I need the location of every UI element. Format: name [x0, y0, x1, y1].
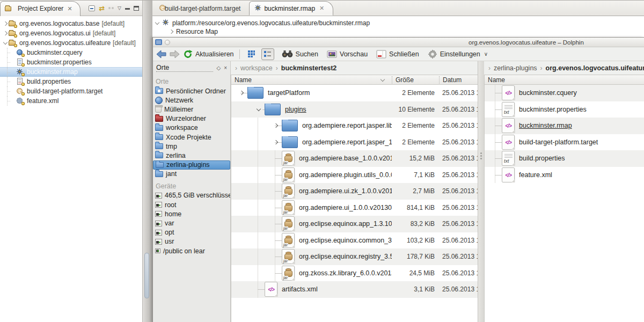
chevron-down-icon[interactable] — [155, 20, 159, 25]
file-row[interactable]: </>feature.xml — [485, 167, 644, 184]
explorer-item[interactable]: buckminster.cquery — [0, 48, 142, 57]
chevron-down-icon[interactable] — [3, 40, 8, 45]
file-date: 25.06.2013 1 — [439, 106, 478, 113]
window-menu-button[interactable] — [165, 40, 170, 45]
file-row[interactable]: </>buckminster.cquery — [485, 85, 644, 101]
file-row[interactable]: targetPlatform2 Elemente25.06.2013 1 — [231, 85, 478, 101]
breadcrumb-parent[interactable]: zerlina-plugins — [494, 64, 537, 72]
chevron-right-icon[interactable] — [274, 123, 278, 128]
refresh-button[interactable]: Aktualisieren — [183, 49, 234, 59]
places-item[interactable]: jant — [153, 170, 230, 179]
explorer-item[interactable]: build.properties — [0, 77, 142, 86]
breadcrumb[interactable]: › zerlina-plugins › org.evenos.logvocatu… — [484, 61, 644, 75]
float-panel-icon[interactable]: ◇ — [216, 65, 221, 71]
view-menu-icon[interactable]: ▽ — [118, 6, 121, 11]
search-button[interactable]: Suchen — [282, 50, 318, 58]
rmap-root-node[interactable]: platform:/resource/org.evenos.logvocatus… — [156, 19, 644, 27]
places-item[interactable]: home — [153, 209, 230, 218]
file-row[interactable]: </>artifacts.xml3,1 KiB25.06.2013 1 — [231, 281, 478, 298]
collapse-all-icon[interactable] — [89, 5, 95, 11]
column-name[interactable]: Name — [231, 76, 392, 84]
places-item[interactable]: /public on lear — [153, 246, 230, 255]
rmap-child-node[interactable]: Resource Map — [156, 27, 644, 36]
settings-button[interactable]: Einstellungen ∨ — [428, 49, 488, 59]
places-item[interactable]: workspace — [153, 123, 230, 133]
minimize-icon[interactable] — [125, 8, 130, 10]
breadcrumb-current[interactable]: buckminstertest2 — [281, 64, 337, 72]
places-item[interactable]: Persönlicher Ordner — [153, 86, 230, 96]
panel-sash[interactable] — [143, 1, 152, 322]
forward-button[interactable] — [170, 50, 180, 58]
places-item[interactable]: usr — [153, 237, 230, 246]
file-row[interactable]: </>build-target-platform.target — [485, 134, 644, 151]
editor-tab[interactable]: build-target-platform.target — [155, 1, 249, 16]
close-panel-icon[interactable]: × — [224, 65, 227, 71]
breadcrumb-current[interactable]: org.evenos.logvocatus.uifeature — [546, 64, 644, 72]
details-view-button[interactable] — [261, 48, 274, 60]
file-row[interactable]: </>buckminster.rmap — [485, 118, 644, 134]
column-name[interactable]: Name — [485, 76, 644, 84]
expander[interactable] — [2, 22, 9, 25]
places-item[interactable]: Xcode Projekte — [153, 133, 230, 142]
explorer-item[interactable]: org.evenos.logvocatus.uifeature[default] — [0, 38, 142, 48]
expander[interactable] — [2, 42, 9, 44]
close-tab-icon[interactable]: ✕ — [319, 5, 324, 12]
scrollbar-thumb[interactable] — [144, 253, 149, 298]
link-with-editor-icon[interactable]: ⇄ — [99, 5, 105, 12]
close-split-button[interactable]: Schließen — [376, 50, 419, 58]
places-item[interactable]: Mülleimer — [153, 105, 230, 114]
explorer-item[interactable]: buckminster.properties — [0, 57, 142, 67]
split-divider[interactable] — [478, 61, 484, 322]
icon-view-button[interactable] — [245, 48, 258, 60]
places-item[interactable]: Netzwerk — [153, 96, 230, 105]
expander[interactable] — [272, 141, 280, 144]
expander[interactable] — [2, 32, 9, 35]
file-row[interactable]: jarorg.eclipse.equinox.registry_3.5.101.… — [231, 248, 478, 265]
column-date[interactable]: Datum — [439, 76, 478, 84]
expander[interactable] — [238, 91, 245, 94]
file-row[interactable]: jarorg.eclipse.equinox.common_3.6.0.v2..… — [231, 232, 478, 249]
explorer-item[interactable]: build-target-platform.target — [0, 86, 142, 96]
chevron-right-icon[interactable] — [239, 91, 244, 95]
back-button[interactable] — [156, 50, 166, 58]
places-item[interactable]: root — [153, 200, 230, 209]
column-size[interactable]: Größe — [392, 76, 439, 84]
places-item[interactable]: tmp — [153, 142, 230, 151]
breadcrumb-parent[interactable]: workspace — [240, 64, 273, 72]
chevron-right-icon[interactable] — [274, 140, 278, 144]
places-item[interactable]: opt — [153, 228, 230, 237]
file-row[interactable]: plugins10 Elemente25.06.2013 1 — [231, 101, 478, 118]
places-item[interactable]: zerlina — [153, 151, 230, 160]
places-item[interactable]: zerlina-plugins — [153, 160, 230, 170]
file-row[interactable]: org.adempiere.report.jasper_1.0.0.v2...2… — [231, 134, 478, 151]
project-explorer-tab[interactable]: Project Explorer ✕ — [0, 1, 80, 16]
file-row[interactable]: txtbuckminster.properties — [485, 101, 644, 118]
chevron-right-icon[interactable] — [169, 30, 173, 34]
breadcrumb[interactable]: › workspace › buckminstertest2 — [231, 61, 478, 75]
file-row[interactable]: jarorg.adempiere.ui_1.0.0.v20130625-11..… — [231, 200, 478, 216]
expander[interactable] — [272, 124, 280, 127]
file-row[interactable]: jarorg.eclipse.equinox.app_1.3.100.v201.… — [231, 216, 478, 232]
file-row[interactable]: jarorg.adempiere.plugin.utils_0.0.0.1.ja… — [231, 167, 478, 184]
places-item[interactable]: var — [153, 218, 230, 228]
preview-button[interactable]: Vorschau — [327, 50, 368, 58]
explorer-item[interactable]: buckminster.rmap — [0, 67, 142, 77]
file-row[interactable]: txtbuild.properties — [485, 150, 644, 167]
chevron-right-icon[interactable] — [3, 31, 8, 35]
expander[interactable] — [255, 108, 262, 111]
file-name: org.adempiere.ui_1.0.0.v20130625-11... — [299, 204, 392, 211]
file-row[interactable]: jarorg.adempiere.ui.zk_1.0.0.v20130625-.… — [231, 183, 478, 200]
places-item[interactable]: Wurzelordner — [153, 114, 230, 123]
dolphin-titlebar[interactable]: org.evenos.logvocatus.uifeature – Dolphi… — [153, 38, 644, 47]
file-row[interactable]: jarorg.zkoss.zk.library_6.0.0.v20130625-… — [231, 265, 478, 282]
places-item[interactable]: 465,5 GiB verschlüsselter C — [153, 191, 230, 200]
file-row[interactable]: org.adempiere.report.jasper.library_1...… — [231, 118, 478, 134]
explorer-item[interactable]: feature.xml — [0, 96, 142, 106]
explorer-item[interactable]: org.evenos.logvocatus.ui[default] — [0, 28, 142, 38]
view-close-icon[interactable]: ✕ — [67, 5, 72, 12]
editor-tab[interactable]: buckminster.rmap✕ — [249, 1, 333, 16]
file-row[interactable]: jarorg.adempiere.base_1.0.0.v20130625-..… — [231, 150, 478, 167]
maximize-icon[interactable] — [134, 6, 139, 11]
chevron-right-icon[interactable] — [3, 21, 8, 26]
explorer-item[interactable]: org.evenos.logvocatus.base[default] — [0, 19, 142, 28]
